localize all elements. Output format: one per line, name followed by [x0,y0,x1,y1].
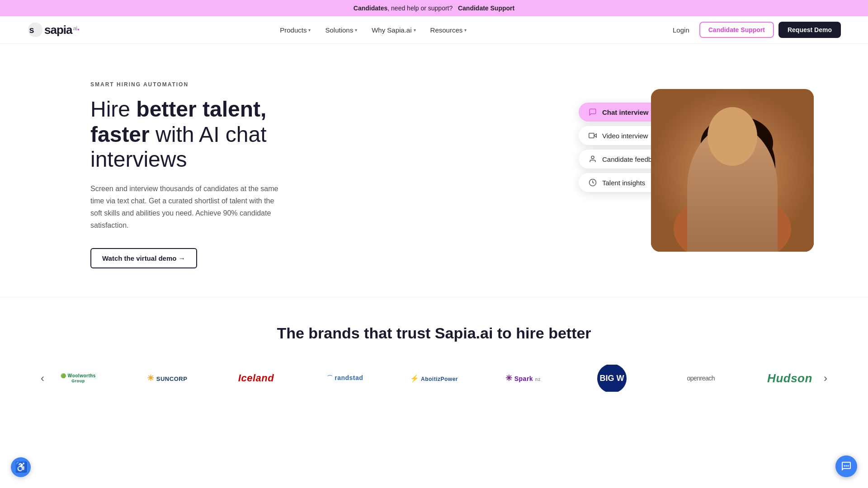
hero-left: SMART HIRING AUTOMATION Hire better tale… [90,81,326,268]
chevron-down-icon: ▾ [308,28,311,33]
svg-point-12 [753,141,775,191]
hero-title-bold1: better talent, [136,97,266,121]
user-icon [588,154,598,164]
logo[interactable]: s sapiaai · [27,22,79,38]
brand-logo-suncorp: ☀ SUNCORP [138,365,197,392]
logo-dot: · [77,24,79,36]
brand-logo-iceland: Iceland [227,365,286,392]
nav-item-why-sapia[interactable]: Why Sapia.ai ▾ [366,23,421,37]
brands-section: The brands that trust Sapia.ai to hire b… [0,297,868,419]
hero-person-image [651,89,814,252]
hero-title: Hire better talent, faster with AI chat … [90,97,326,172]
brand-logo-spark: ✳ Spark nz [494,365,552,392]
nav-menu: Products ▾ Solutions ▾ Why Sapia.ai ▾ Re… [274,23,472,37]
nav-item-solutions[interactable]: Solutions ▾ [320,23,363,37]
svg-rect-15 [752,206,774,239]
svg-rect-13 [726,195,748,213]
hero-description: Screen and interview thousands of candid… [90,183,280,232]
svg-point-4 [591,156,594,159]
brand-logo-hudson: Hudson [760,365,819,392]
banner-link[interactable]: Candidate Support [458,5,514,12]
chevron-down-icon: ▾ [414,28,416,33]
hero-section: SMART HIRING AUTOMATION Hire better tale… [0,44,868,297]
svg-point-11 [696,139,723,202]
brand-logo-aboitiz: ⚡ AboitizPower [405,365,463,392]
hero-right: Chat interview Video interview Candidate… [579,89,814,261]
request-demo-button[interactable]: Request Demo [778,22,841,38]
navbar: s sapiaai · Products ▾ Solutions ▾ Why S… [0,16,868,44]
svg-marker-2 [594,134,596,137]
brands-title: The brands that trust Sapia.ai to hire b… [36,324,832,342]
carousel-prev-button[interactable]: ‹ [36,367,49,389]
video-icon [588,131,598,141]
chip-label: Video interview [602,132,648,140]
chip-label: Talent insights [602,179,645,187]
hero-photo-svg [651,89,814,252]
chat-icon [588,107,598,117]
hero-title-part1: Hire [90,97,136,121]
chip-label: Chat interview [602,108,649,116]
login-button[interactable]: Login [667,23,695,38]
brand-logo-bigw: BIG W [583,365,642,392]
nav-cta: Login Candidate Support Request Demo [667,22,841,38]
clock-icon [588,178,598,188]
svg-text:s: s [29,25,34,35]
logo-icon: s [27,22,43,38]
chevron-down-icon: ▾ [355,28,357,33]
logo-text: sapia [44,23,72,37]
top-banner: Candidates, need help or support? Candid… [0,0,868,16]
watch-demo-button[interactable]: Watch the virtual demo → [90,248,197,268]
brands-carousel: ‹ 🟢 Woolworths Group ☀ SUNCORP Iceland [36,365,832,392]
carousel-next-button[interactable]: › [819,367,832,389]
banner-suffix: , need help or support? [387,5,453,12]
svg-point-8 [674,193,791,252]
brand-logo-randstad: ⌒ randstad [316,365,374,392]
logo-ai: ai [73,25,77,32]
svg-rect-14 [750,202,775,243]
brand-logo-woolworths: 🟢 Woolworths Group [49,365,108,392]
candidate-support-button[interactable]: Candidate Support [699,22,774,38]
svg-rect-3 [589,133,594,138]
brands-track: 🟢 Woolworths Group ☀ SUNCORP Iceland ⌒ [49,365,819,392]
brand-logo-openreach: openreach [671,365,730,392]
hero-image [651,89,814,252]
nav-item-products[interactable]: Products ▾ [274,23,316,37]
hero-eyebrow: SMART HIRING AUTOMATION [90,81,326,88]
nav-item-resources[interactable]: Resources ▾ [425,23,472,37]
svg-point-10 [701,116,773,170]
banner-prefix: Candidates [354,5,387,12]
chevron-down-icon: ▾ [464,28,467,33]
hero-title-bold2: faster [90,122,150,146]
